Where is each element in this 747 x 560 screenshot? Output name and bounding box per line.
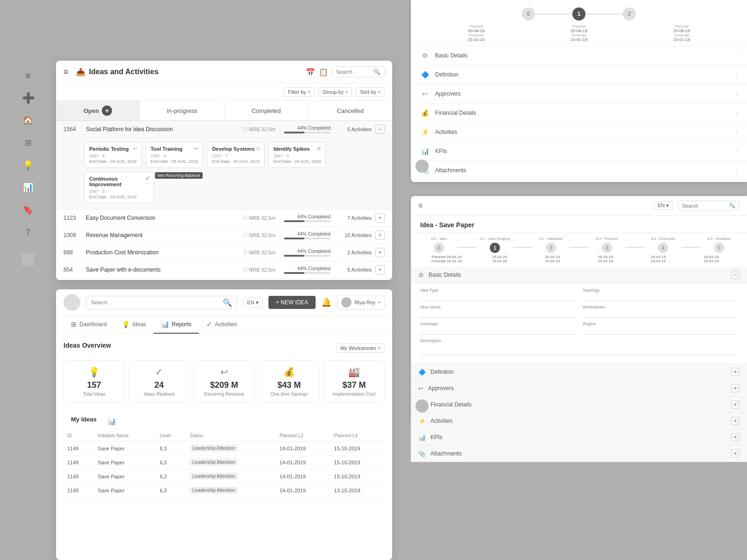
- filter-by-chip[interactable]: Filter by ▾: [284, 87, 315, 97]
- table-row[interactable]: 1149 Save Paper IL3 Leadership Attention…: [63, 483, 385, 497]
- filter-icon[interactable]: 📋: [319, 68, 328, 77]
- acc-attachments[interactable]: 📎 Attachments ›: [411, 161, 747, 180]
- table-row[interactable]: 1149 Save Paper IL3 Leadership Attention…: [63, 469, 385, 483]
- nav-reports[interactable]: 📊 Reports: [154, 316, 199, 334]
- main-header: ≡ 📥 Ideas and Activities 📅 📋 🔍: [56, 61, 392, 84]
- th-status[interactable]: Status: [186, 430, 275, 441]
- section-definition[interactable]: 🔷 Definition +: [411, 364, 747, 380]
- section-financial2[interactable]: 💰 Financial Details +: [411, 397, 747, 413]
- sidebar-help[interactable]: ?: [26, 222, 30, 243]
- bell-icon[interactable]: 🔔: [321, 297, 331, 308]
- th-planned-l4[interactable]: Planned L4: [330, 430, 385, 441]
- idea-row-1123[interactable]: 1123 Easy Document Conversion ⓘ NRB 32.5…: [56, 210, 392, 227]
- workstream-filter-btn[interactable]: My Workstream ▾: [336, 343, 385, 353]
- group-by-chip[interactable]: Group by ▾: [318, 87, 352, 97]
- tab-inprogress[interactable]: In-progress: [140, 101, 224, 120]
- excel-export-icon[interactable]: 📊: [108, 418, 116, 425]
- table-row[interactable]: 1149 Save Paper IL3 Leadership Attention…: [63, 455, 385, 469]
- tab-add-btn[interactable]: +: [102, 105, 112, 116]
- sidebar-avatar[interactable]: [21, 253, 35, 266]
- kpis-icon: 📊: [420, 147, 430, 156]
- collapse-row-btn[interactable]: −: [375, 125, 385, 134]
- acc-activities[interactable]: ⚡ Activities ›: [411, 123, 747, 142]
- section-approvers[interactable]: ↩ Approvers +: [411, 380, 747, 397]
- step-2[interactable]: 2: [623, 7, 636, 21]
- acc-definition[interactable]: 🔷 Definition ›: [411, 65, 747, 84]
- lang-selector-mid[interactable]: EN ▾: [654, 201, 673, 210]
- th-planned-l3[interactable]: Planned L3: [276, 430, 331, 441]
- expand-854a[interactable]: +: [375, 265, 385, 274]
- tab-open[interactable]: Open +: [56, 101, 140, 120]
- user-chip[interactable]: Riya Roy ▾: [337, 295, 385, 310]
- card-identify-spikes[interactable]: Identify Spikes 1567 - 3 End Date : 29 A…: [268, 142, 326, 168]
- card-periodic-testing[interactable]: Periodic Testing 1567 - 4 End Date : 29 …: [84, 142, 142, 168]
- sidebar-ideas[interactable]: 💡: [23, 155, 33, 175]
- step-1[interactable]: 1: [572, 7, 585, 21]
- header-search[interactable]: 🔍: [332, 66, 385, 77]
- header-search-input[interactable]: [336, 69, 374, 75]
- search-input-mid[interactable]: [682, 203, 729, 209]
- section-activities2[interactable]: ⚡ Activities +: [411, 413, 747, 429]
- search-box-mid[interactable]: 🔍: [678, 201, 740, 210]
- nav-dashboard[interactable]: ⊞ Dashboard: [63, 316, 114, 334]
- th-level[interactable]: Level: [156, 430, 186, 441]
- tab-completed[interactable]: Completed: [225, 101, 309, 120]
- expand-888[interactable]: +: [375, 248, 385, 257]
- section-attachments2[interactable]: 📎 Attachments +: [411, 446, 747, 462]
- tab-cancelled[interactable]: Cancelled: [309, 101, 392, 120]
- step-dates-row: Planned20-04-19 Forecast15-01-19 Planned…: [411, 24, 747, 42]
- card-continuous-improvement[interactable]: Continuous Improvement 1567 - 3 End Date…: [84, 172, 154, 203]
- step-0[interactable]: 0: [522, 7, 535, 21]
- sidebar-charts[interactable]: 📊: [23, 177, 33, 198]
- sidebar-home[interactable]: 🏠: [23, 110, 33, 131]
- idea-row-854b[interactable]: 854 Save Paper with e-documents ⓘ NRB 32…: [56, 279, 392, 280]
- expand-approvers[interactable]: +: [731, 384, 740, 392]
- collapse-btn[interactable]: −: [731, 271, 740, 279]
- hamburger-icon-mid[interactable]: ≡: [418, 202, 423, 210]
- financial-icon: 💰: [420, 108, 430, 118]
- hamburger-main[interactable]: ≡: [63, 67, 69, 77]
- nav-ideas[interactable]: 💡 Ideas: [114, 316, 154, 334]
- expand-attachments[interactable]: +: [731, 449, 740, 458]
- acc-basic-details[interactable]: ⚙ Basic Details ›: [411, 46, 747, 65]
- idea-row-854a[interactable]: 854 Save Paper with e-documents ⓘ NRB 32…: [56, 261, 392, 279]
- th-initiative-name[interactable]: Initiative Name: [94, 430, 156, 441]
- expand-def[interactable]: +: [731, 368, 740, 376]
- blp-search-input[interactable]: [91, 300, 220, 305]
- expand-1009[interactable]: +: [375, 231, 385, 240]
- sort-by-chip[interactable]: Sort by ▾: [356, 87, 385, 97]
- sidebar-dashboard[interactable]: ⊞: [25, 133, 32, 153]
- check-icon2: ✓: [145, 175, 150, 182]
- field-description: Description: [420, 338, 738, 355]
- right-panel-avatar[interactable]: [416, 160, 429, 173]
- section-basic-details[interactable]: ⚙ Basic Details −: [411, 267, 747, 283]
- info-icon5: ⓘ: [243, 266, 247, 273]
- blp-search[interactable]: 🔍: [86, 296, 237, 309]
- acc-financial[interactable]: 💰 Financial Details ›: [411, 104, 747, 123]
- section-kpis2[interactable]: 📊 KPIs +: [411, 429, 747, 446]
- expand-1123[interactable]: +: [375, 213, 385, 223]
- idea-row-1009[interactable]: 1009 Revenue Management ⓘ NRB 32.5m 44% …: [56, 227, 392, 244]
- table-row[interactable]: 1149 Save Paper IL3 Leadership Attention…: [63, 441, 385, 455]
- expand-financial[interactable]: +: [731, 400, 740, 409]
- top-right-panel: 0 1 2 Planned20-04-19 Forecast15-01-19 P…: [411, 0, 747, 182]
- acc-kpis[interactable]: 📊 KPIs ›: [411, 142, 747, 161]
- expand-activities[interactable]: +: [731, 417, 740, 425]
- expand-kpis[interactable]: +: [731, 433, 740, 441]
- acc-approvers[interactable]: ↩ Approvers ›: [411, 84, 747, 104]
- mid-panel-avatar[interactable]: [416, 399, 429, 413]
- calendar-icon[interactable]: 📅: [306, 68, 315, 77]
- blp-lang-sel[interactable]: EN ▾: [243, 297, 262, 308]
- savings-icon: 💰: [265, 366, 314, 378]
- idea-row-888[interactable]: 888 Production Cost Minimization ⓘ NRB 3…: [56, 244, 392, 261]
- card-develop-systems[interactable]: Develop Systems 1567 - 7 End Date : 29 A…: [207, 142, 265, 168]
- sidebar-bookmark[interactable]: 🔖: [23, 200, 33, 220]
- nav-activities[interactable]: ✓ Activities: [199, 316, 244, 334]
- sidebar-add[interactable]: ➕: [22, 88, 35, 108]
- my-ideas-table: ID Initiative Name Level Status Planned …: [56, 430, 392, 497]
- sidebar-menu[interactable]: ≡: [25, 65, 31, 86]
- th-id[interactable]: ID: [63, 430, 94, 441]
- new-idea-btn[interactable]: + NEW IDEA: [268, 296, 316, 309]
- card-tool-training[interactable]: Tool Training 1567 - 3 End Date : 29 AUG…: [146, 142, 204, 168]
- idea-row-expanded[interactable]: 1564 Social Platform for Idea Discussion…: [56, 121, 392, 138]
